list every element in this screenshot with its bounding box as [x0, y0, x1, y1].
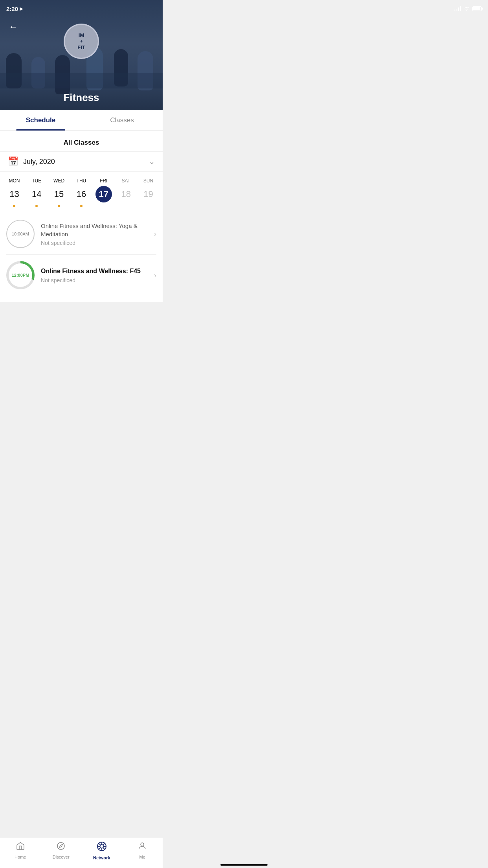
empty-area: [0, 302, 163, 373]
day-col-thu[interactable]: THU 16: [72, 178, 90, 207]
day-label-tue: TUE: [32, 178, 41, 184]
day-col-fri[interactable]: FRI 17: [95, 178, 113, 207]
day-num-thu: 16: [73, 186, 90, 202]
tab-bar: Schedule Classes: [0, 110, 163, 131]
tab-classes[interactable]: Classes: [81, 110, 163, 131]
chevron-down-icon: ⌄: [149, 157, 155, 166]
day-col-mon[interactable]: MON 13: [5, 178, 23, 207]
class-location-2: Not specificed: [41, 277, 151, 283]
day-dot-thu: [80, 205, 83, 207]
day-label-wed: WED: [53, 178, 64, 184]
logo-circle: IM + FIT: [64, 24, 99, 59]
day-label-thu: THU: [77, 178, 86, 184]
class-location-1: Not specificed: [41, 240, 151, 246]
status-time: 2:20 ▶: [6, 6, 23, 12]
day-dot-sun: [147, 205, 149, 207]
class-item-1[interactable]: 10:00AM Online Fitness and Wellness: Yog…: [6, 213, 156, 255]
day-num-wed: 15: [51, 186, 67, 202]
day-label-fri: FRI: [100, 178, 107, 184]
day-num-tue: 14: [28, 186, 45, 202]
all-classes-label: All Classes: [0, 131, 163, 151]
chevron-right-icon-1: ›: [154, 230, 156, 238]
day-picker: MON 13 TUE 14 WED 15 THU 16: [0, 172, 163, 210]
day-dot-sat: [125, 205, 127, 207]
day-dot-mon: [13, 205, 15, 207]
class-name-1: Online Fitness and Wellness: Yoga & Medi…: [41, 222, 151, 238]
day-dot-wed: [58, 205, 60, 207]
date-label: July, 2020: [23, 158, 149, 166]
class-name-2: Online Fitness and Wellness: F45: [41, 267, 151, 276]
day-num-mon: 13: [6, 186, 22, 202]
day-label-sun: SUN: [143, 178, 153, 184]
day-col-tue[interactable]: TUE 14: [28, 178, 46, 207]
day-num-sat: 18: [118, 186, 134, 202]
day-col-sun[interactable]: SUN 19: [139, 178, 157, 207]
back-button[interactable]: ←: [6, 20, 20, 34]
main-content: All Classes 📅 July, 2020 ⌄ MON 13 TUE 14: [0, 131, 163, 302]
day-num-fri: 17: [95, 186, 112, 202]
status-bar: 2:20 ▶: [0, 0, 163, 17]
day-label-sat: SAT: [121, 178, 130, 184]
day-dot-fri: [103, 205, 105, 207]
time-circle-1: 10:00AM: [6, 220, 35, 248]
date-selector[interactable]: 📅 July, 2020 ⌄: [0, 151, 163, 172]
day-col-sat[interactable]: SAT 18: [117, 178, 135, 207]
logo-text: IM + FIT: [77, 32, 85, 51]
class-item-2[interactable]: 12:00PM Online Fitness and Wellness: F45…: [6, 255, 156, 296]
day-label-mon: MON: [9, 178, 20, 184]
class-info-2: Online Fitness and Wellness: F45 Not spe…: [41, 267, 151, 283]
time-circle-2: 12:00PM: [6, 261, 35, 289]
calendar-icon: 📅: [8, 156, 18, 167]
class-info-1: Online Fitness and Wellness: Yoga & Medi…: [41, 222, 151, 246]
day-col-wed[interactable]: WED 15: [50, 178, 68, 207]
chevron-right-icon-2: ›: [154, 271, 156, 280]
hero-title: Fitness: [0, 92, 163, 104]
day-dot-tue: [35, 205, 38, 207]
class-list: 10:00AM Online Fitness and Wellness: Yog…: [0, 210, 163, 302]
day-num-sun: 19: [140, 186, 156, 202]
tab-schedule[interactable]: Schedule: [0, 110, 81, 131]
